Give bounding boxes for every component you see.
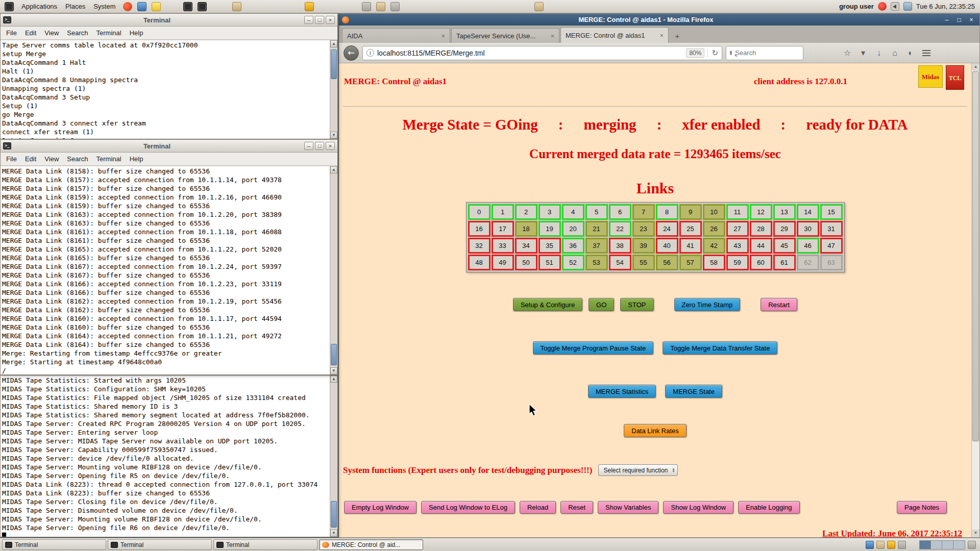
button-show-log-window[interactable]: Show Log Window xyxy=(663,501,733,514)
browser-tab-1[interactable]: AIDA× xyxy=(342,28,450,43)
link-button-33[interactable]: 33 xyxy=(492,238,514,254)
link-button-20[interactable]: 20 xyxy=(562,221,584,237)
tab-close-icon[interactable]: × xyxy=(441,32,445,40)
menu-system[interactable]: System xyxy=(89,2,119,11)
link-button-14[interactable]: 14 xyxy=(797,204,819,220)
menu-item-edit[interactable]: Edit xyxy=(21,28,40,38)
bookmarks-menu-icon[interactable]: ▾ xyxy=(857,47,869,59)
browser-tab-2[interactable]: TapeServer Service (Use...× xyxy=(451,28,559,43)
window-titlebar[interactable]: MERGE: Control @ aidas1 - Mozilla Firefo… xyxy=(339,14,979,26)
menu-item-file[interactable]: File xyxy=(2,154,21,164)
link-button-5[interactable]: 5 xyxy=(585,204,608,220)
close-button[interactable]: × xyxy=(326,142,335,150)
link-button-18[interactable]: 18 xyxy=(515,221,537,237)
menu-item-view[interactable]: View xyxy=(40,154,63,164)
link-button-44[interactable]: 44 xyxy=(750,238,772,254)
menu-item-help[interactable]: Help xyxy=(126,154,148,164)
menu-item-search[interactable]: Search xyxy=(63,154,92,164)
link-button-15[interactable]: 15 xyxy=(820,204,843,220)
button-toggle-merge-data-transfer-state[interactable]: Toggle Merge Data Transfer State xyxy=(663,341,777,355)
button-merge-statistics[interactable]: MERGE Statistics xyxy=(588,385,656,398)
scrollbar-thumb[interactable] xyxy=(331,49,337,79)
home-icon[interactable]: ⌂ xyxy=(889,47,901,59)
link-button-1[interactable]: 1 xyxy=(492,204,514,220)
link-button-43[interactable]: 43 xyxy=(726,238,749,254)
maximize-button[interactable]: □ xyxy=(315,142,324,150)
scroll-up-icon[interactable]: ▲ xyxy=(972,63,979,71)
menu-item-terminal[interactable]: Terminal xyxy=(92,28,126,38)
terminal-scrollbar[interactable]: ▲ ▼ xyxy=(330,375,337,537)
link-button-59[interactable]: 59 xyxy=(726,255,749,270)
minimize-button[interactable]: – xyxy=(942,16,952,23)
window-titlebar[interactable]: >_ Terminal – □ × xyxy=(1,14,337,27)
terminal-launcher-icon-2[interactable] xyxy=(198,2,207,11)
scroll-up-icon[interactable]: ▲ xyxy=(330,375,337,383)
button-reset[interactable]: Reset xyxy=(560,501,593,514)
link-button-0[interactable]: 0 xyxy=(468,204,491,220)
app-indicator-icon-4[interactable] xyxy=(534,2,544,11)
link-button-34[interactable]: 34 xyxy=(515,238,537,254)
button-reload[interactable]: Reload xyxy=(520,501,556,514)
midas-launcher-icon[interactable] xyxy=(305,2,314,11)
back-button[interactable]: ← xyxy=(344,45,359,61)
link-button-30[interactable]: 30 xyxy=(797,221,819,237)
link-button-60[interactable]: 60 xyxy=(750,255,772,270)
link-button-32[interactable]: 32 xyxy=(468,238,491,254)
menu-icon[interactable] xyxy=(920,47,933,59)
link-button-53[interactable]: 53 xyxy=(585,255,608,270)
terminal-body[interactable]: MIDAS Tape Statistics: Started with args… xyxy=(1,375,337,537)
new-tab-button[interactable]: + xyxy=(670,30,685,43)
page-notes-button[interactable]: Page Notes xyxy=(897,501,947,514)
reload-icon[interactable]: ↻ xyxy=(707,48,718,58)
link-button-19[interactable]: 19 xyxy=(538,221,561,237)
system-function-select[interactable]: Select required function ▲▼ xyxy=(598,464,678,476)
panel-terminal-icon[interactable] xyxy=(5,2,14,11)
link-button-22[interactable]: 22 xyxy=(609,221,631,237)
workspace-switcher[interactable] xyxy=(919,540,965,549)
scroll-up-icon[interactable]: ▲ xyxy=(330,166,337,173)
update-notifier-icon[interactable] xyxy=(878,2,887,11)
scrollbar-thumb[interactable] xyxy=(972,71,979,441)
workspace-3[interactable] xyxy=(942,541,953,549)
link-button-24[interactable]: 24 xyxy=(656,221,678,237)
button-zero-time-stamp[interactable]: Zero Time Stamp xyxy=(674,298,741,311)
workspace-4[interactable] xyxy=(953,541,965,549)
terminal-body[interactable]: MERGE Data Link (8158): buffer size chan… xyxy=(1,166,337,374)
site-info-icon[interactable]: i xyxy=(366,49,374,57)
bookmark-star-icon[interactable]: ☆ xyxy=(841,47,853,59)
button-empty-log-window[interactable]: Empty Log Window xyxy=(344,501,416,514)
scrollbar-thumb[interactable] xyxy=(331,344,337,365)
button-restart[interactable]: Restart xyxy=(761,298,797,311)
terminal-body[interactable]: Tape Server comms table located at 0x7f9… xyxy=(1,40,337,139)
tray-app-icon[interactable] xyxy=(866,541,874,549)
menu-applications[interactable]: Applications xyxy=(17,2,61,11)
search-bar[interactable] xyxy=(726,46,803,60)
workspace-1[interactable] xyxy=(920,541,931,549)
link-button-36[interactable]: 36 xyxy=(562,238,584,254)
display-icon[interactable] xyxy=(903,2,912,11)
tab-close-icon[interactable]: × xyxy=(550,32,554,40)
link-button-8[interactable]: 8 xyxy=(656,204,678,220)
button-stop[interactable]: STOP xyxy=(620,298,653,311)
link-button-38[interactable]: 38 xyxy=(609,238,631,254)
app-indicator-icon-3[interactable] xyxy=(390,2,400,11)
link-button-49[interactable]: 49 xyxy=(492,255,514,270)
menu-item-help[interactable]: Help xyxy=(126,28,148,38)
window-titlebar[interactable]: >_ Terminal – □ × xyxy=(1,140,337,153)
browser-launcher-icon[interactable] xyxy=(123,2,132,11)
tab-close-icon[interactable]: × xyxy=(659,32,664,39)
terminal-scrollbar[interactable]: ▲ ▼ xyxy=(330,166,337,374)
link-button-41[interactable]: 41 xyxy=(679,238,702,254)
shield-icon[interactable]: ◐ xyxy=(904,47,917,59)
link-button-46[interactable]: 46 xyxy=(797,238,819,254)
close-button[interactable]: × xyxy=(326,16,335,24)
menu-item-file[interactable]: File xyxy=(2,28,21,38)
link-button-54[interactable]: 54 xyxy=(609,255,631,270)
button-go[interactable]: GO xyxy=(589,298,614,311)
link-button-39[interactable]: 39 xyxy=(632,238,655,254)
menu-item-view[interactable]: View xyxy=(40,28,63,38)
app-indicator-icon-2[interactable] xyxy=(376,2,385,11)
search-input[interactable] xyxy=(735,49,825,57)
data-link-rates-button[interactable]: Data Link Rates xyxy=(624,424,687,437)
link-button-16[interactable]: 16 xyxy=(468,221,491,237)
